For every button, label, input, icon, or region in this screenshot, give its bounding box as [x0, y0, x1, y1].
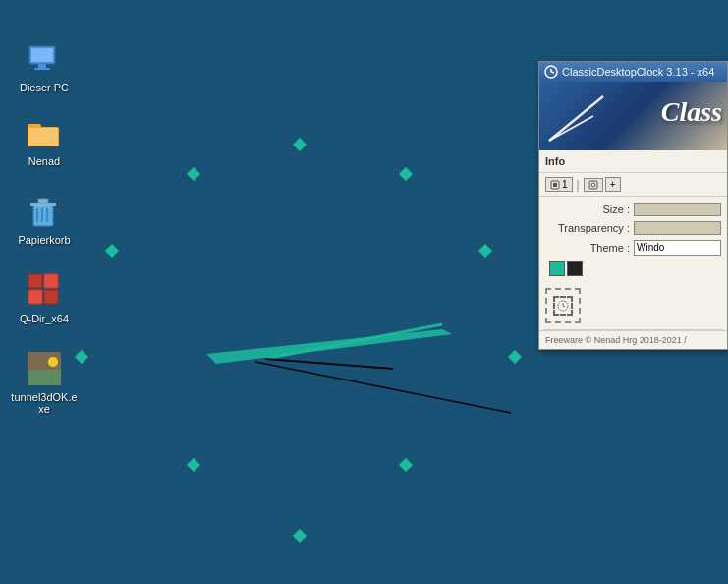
svg-line-28 [549, 116, 593, 141]
svg-rect-9 [38, 199, 48, 204]
dashed-icon-box[interactable] [545, 288, 581, 323]
tab-separator: | [575, 178, 582, 192]
banner-text: Class [661, 96, 722, 128]
diamond-decoration [399, 458, 413, 472]
theme-value: Windo [635, 241, 720, 254]
landscape-icon [25, 349, 64, 388]
clock-visualization [147, 275, 521, 442]
svg-line-35 [563, 306, 565, 307]
desktop-icon-label: tunnel3dOK.exe [10, 391, 79, 415]
svg-rect-18 [28, 370, 61, 385]
settings2-icon [588, 180, 598, 190]
tab-add-button[interactable]: + [605, 177, 621, 192]
size-row: Size : [545, 203, 721, 216]
dashed-icon-inner [553, 296, 573, 316]
icon-area [539, 282, 727, 329]
computer-icon [25, 39, 64, 79]
svg-line-26 [551, 72, 554, 73]
desktop-icon-label: Dieser PC [20, 82, 69, 93]
diamond-decoration [293, 529, 307, 543]
transparency-label: Transparency : [545, 222, 634, 234]
svg-rect-15 [28, 290, 42, 304]
desktop-icon-nenad[interactable]: Nenad [10, 113, 79, 167]
svg-rect-30 [553, 183, 557, 187]
grid-icon [25, 270, 64, 310]
diamond-decoration [399, 167, 413, 181]
desktop-icon-papierkorb[interactable]: Papierkorb [10, 192, 79, 246]
svg-rect-7 [33, 204, 53, 226]
size-slider[interactable] [634, 203, 721, 216]
footer-text: Freeware © Nenad Hrg 2018-2021 / [545, 335, 687, 345]
transparency-slider[interactable] [634, 221, 721, 235]
controls-area: Size : Transparency : Theme : Windo [539, 197, 727, 282]
diamond-decoration [478, 244, 492, 258]
window-banner: Class [539, 82, 727, 150]
transparency-row: Transparency : [545, 221, 721, 235]
svg-line-27 [549, 96, 603, 141]
svg-rect-3 [34, 68, 50, 70]
svg-rect-1 [31, 48, 53, 62]
banner-clock-svg [539, 82, 618, 150]
desktop-icon-q-dir[interactable]: Q-Dir_x64 [10, 270, 79, 324]
folder-icon [25, 113, 64, 152]
info-section: Info [539, 150, 727, 173]
clock-small-icon [556, 299, 570, 313]
window-titlebar[interactable]: ClassicDesktopClock 3.13 - x64 [539, 62, 727, 82]
desktop-icon-label: Q-Dir_x64 [20, 313, 69, 324]
svg-rect-16 [44, 290, 58, 304]
window-footer: Freeware © Nenad Hrg 2018-2021 / [539, 330, 727, 349]
svg-rect-2 [38, 64, 46, 68]
window-body: Info 1 | + Size : [539, 150, 727, 349]
theme-label: Theme : [545, 242, 634, 254]
app-window: ClassicDesktopClock 3.13 - x64 Class Inf… [538, 61, 728, 350]
theme-select[interactable]: Windo [634, 240, 721, 256]
diamond-decoration [187, 167, 200, 181]
clock-icon [544, 65, 558, 79]
svg-line-23 [255, 362, 511, 413]
diamond-decoration [105, 244, 119, 258]
desktop-icon-dieser-pc[interactable]: Dieser PC [10, 39, 79, 93]
info-label: Info [545, 155, 565, 167]
recycle-icon [25, 192, 64, 231]
diamond-decoration [187, 458, 200, 472]
svg-rect-13 [28, 274, 42, 288]
swatch-teal[interactable] [549, 261, 565, 276]
desktop-icon-label: Nenad [28, 155, 60, 167]
settings-icon [550, 180, 560, 190]
svg-marker-22 [206, 329, 452, 364]
tab-1-button[interactable]: 1 [545, 177, 573, 192]
size-label: Size : [545, 204, 634, 215]
svg-rect-6 [28, 128, 58, 146]
svg-rect-31 [589, 181, 597, 189]
swatch-black[interactable] [567, 261, 583, 276]
theme-row: Theme : Windo [545, 240, 721, 256]
svg-rect-14 [44, 274, 58, 288]
color-swatches [549, 261, 721, 276]
tab-2-button[interactable] [584, 178, 603, 192]
tab-1-label: 1 [562, 179, 568, 190]
tab-add-label: + [610, 179, 616, 190]
diamond-decoration [293, 138, 307, 151]
window-title: ClassicDesktopClock 3.13 - x64 [562, 66, 714, 78]
desktop-icon-label: Papierkorb [18, 234, 70, 246]
svg-point-32 [591, 183, 595, 187]
desktop-icon-tunnel3d[interactable]: tunnel3dOK.exe [10, 349, 79, 415]
tab-bar: 1 | + [539, 173, 727, 197]
svg-point-19 [48, 357, 58, 367]
